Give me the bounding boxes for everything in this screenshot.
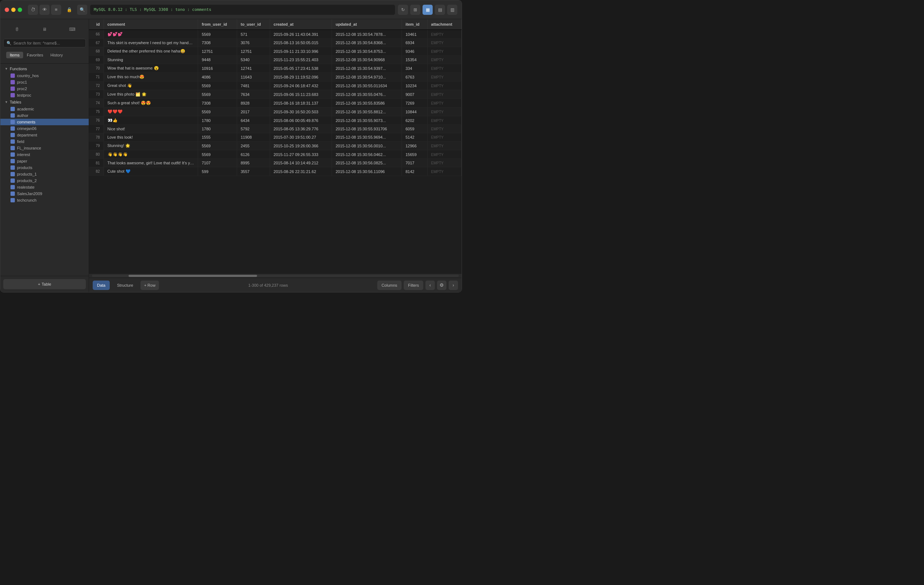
table-container[interactable]: idcommentfrom_user_idto_user_idcreated_a… <box>89 19 462 273</box>
sidebar-item-table[interactable]: techcrunch <box>0 197 89 203</box>
table-view-button[interactable]: ▦ <box>422 5 433 15</box>
history-icon[interactable]: ⏱ <box>28 5 38 15</box>
column-header-updated_at[interactable]: updated_at <box>332 19 401 30</box>
table-row[interactable]: 74Such a great shot! 😍😍730889282015-08-1… <box>89 99 462 107</box>
function-icon <box>10 87 15 91</box>
cell-item_id: 10234 <box>401 81 427 90</box>
sidebar-item-function[interactable]: testproc <box>0 92 89 99</box>
column-header-attachment[interactable]: attachment <box>427 19 461 30</box>
sidebar-item-table[interactable]: comments <box>0 119 89 125</box>
table-icon <box>10 113 15 118</box>
table-label: products <box>17 165 32 170</box>
maximize-button[interactable] <box>18 8 22 12</box>
table-row[interactable]: 73Love this photo 🗂️ 🌟556976342015-09-06… <box>89 90 462 99</box>
table-icon <box>10 191 15 196</box>
column-header-item_id[interactable]: item_id <box>401 19 427 30</box>
cell-to_user_id: 6126 <box>237 150 270 159</box>
cell-from_user_id: 5569 <box>198 150 237 159</box>
cell-from_user_id: 5569 <box>198 142 237 150</box>
sidebar-item-table[interactable]: products_1 <box>0 171 89 177</box>
column-header-to_user_id[interactable]: to_user_id <box>237 19 270 30</box>
table-row[interactable]: 77Nice shot!178057922015-08-05 13:36:29.… <box>89 125 462 133</box>
table-body: 66💕💕💕55695712015-09-26 11:43:04.3912015-… <box>89 30 462 176</box>
table-row[interactable]: 72Great shot 👋556974812015-09-24 06:18:4… <box>89 81 462 90</box>
sidebar-item-table[interactable]: FL_insurance <box>0 145 89 151</box>
search-icon[interactable]: 🔍 <box>77 5 87 15</box>
terminal-icon[interactable]: ⌨ <box>66 23 78 35</box>
lock-icon[interactable]: 🔒 <box>64 5 74 15</box>
cell-attachment: EMPTY <box>427 30 461 39</box>
table-row[interactable]: 79Stunning! 🌟556924552015-10-25 19:26:00… <box>89 142 462 150</box>
table-row[interactable]: 81That looks awesome, girl! Love that ou… <box>89 159 462 167</box>
refresh-button[interactable]: ↻ <box>398 5 408 15</box>
sidebar-tabs: Items Favorites History <box>3 49 86 61</box>
list-icon[interactable]: ≡ <box>51 5 61 15</box>
sidebar-item-table[interactable]: department <box>0 132 89 138</box>
tables-label: Tables <box>10 100 21 104</box>
cell-item_id: 15659 <box>401 150 427 159</box>
sidebar-item-table[interactable]: SalesJan2009 <box>0 190 89 197</box>
table-row[interactable]: 75❤️❤️❤️556920172015-09-30 16:50:20.5032… <box>89 107 462 116</box>
column-header-comment[interactable]: comment <box>104 19 198 30</box>
filters-button[interactable]: Filters <box>404 280 423 290</box>
sidebar-item-table[interactable]: interest <box>0 151 89 158</box>
settings-button[interactable]: ⚙ <box>437 280 446 290</box>
server-icon[interactable]: 🖥 <box>39 23 50 35</box>
table-row[interactable]: 80👋👋👋👋556961262015-11-27 09:26:55.333201… <box>89 150 462 159</box>
sidebar-item-table[interactable]: author <box>0 112 89 119</box>
sidebar-item-table[interactable]: academic <box>0 106 89 112</box>
split-view-button[interactable]: ▤ <box>435 5 445 15</box>
sidebar-item-function[interactable]: proc2 <box>0 86 89 92</box>
eye-icon[interactable]: 👁 <box>40 5 50 15</box>
cell-created_at: 2015-08-13 16:50:05.015 <box>270 39 332 47</box>
tables-section-header[interactable]: ▼ Tables <box>0 99 89 106</box>
tab-items[interactable]: Items <box>6 52 23 58</box>
close-button[interactable] <box>5 8 9 12</box>
column-header-id[interactable]: id <box>89 19 104 30</box>
functions-section-header[interactable]: ▼ Functions <box>0 65 89 73</box>
table-row[interactable]: 69Stunning944853402015-11-23 15:55:21.40… <box>89 56 462 64</box>
add-table-button[interactable]: + Table <box>3 279 86 289</box>
table-row[interactable]: 70Wow that hat is awesome 😮1091612741201… <box>89 64 462 73</box>
column-header-from_user_id[interactable]: from_user_id <box>198 19 237 30</box>
cell-item_id: 9346 <box>401 47 427 56</box>
column-header-created_at[interactable]: created_at <box>270 19 332 30</box>
sidebar-item-table[interactable]: field <box>0 138 89 145</box>
table-label: realestate <box>17 185 35 190</box>
panel-view-button[interactable]: ▥ <box>447 5 457 15</box>
grid-view-button[interactable]: ⊞ <box>410 5 420 15</box>
sidebar-item-function[interactable]: proc1 <box>0 79 89 86</box>
sidebar-search[interactable]: 🔍 Search for item: ^name$... <box>3 39 86 48</box>
columns-button[interactable]: Columns <box>377 280 401 290</box>
sidebar-item-table[interactable]: crimejan06 <box>0 125 89 132</box>
table-row[interactable]: 71Love this so much😍4086116432015-08-29 … <box>89 73 462 81</box>
add-row-button[interactable]: + Row <box>140 280 159 290</box>
tab-favorites[interactable]: Favorites <box>23 52 47 58</box>
sidebar-item-table[interactable]: products <box>0 164 89 171</box>
next-page-button[interactable]: › <box>449 280 458 290</box>
table-header: idcommentfrom_user_idto_user_idcreated_a… <box>89 19 462 30</box>
cell-updated_at: 2015-12-08 15:30:54.9397... <box>332 64 401 73</box>
table-row[interactable]: 82Cute shot 💙59935572015-08-26 22:31:21.… <box>89 167 462 176</box>
cell-updated_at: 2015-12-08 15:30:55.011634 <box>332 81 401 90</box>
sidebar-item-table[interactable]: products_2 <box>0 177 89 184</box>
table-row[interactable]: 67This skirt is everywhere I need to get… <box>89 39 462 47</box>
minimize-button[interactable] <box>11 8 16 12</box>
sidebar-item-table[interactable]: realestate <box>0 184 89 190</box>
table-row[interactable]: 68Deleted the other preferred this one h… <box>89 47 462 56</box>
horizontal-scrollbar[interactable] <box>89 273 462 278</box>
structure-tab[interactable]: Structure <box>112 280 138 290</box>
cell-comment: 💕💕💕 <box>104 30 198 39</box>
cell-comment: Wow that hat is awesome 😮 <box>104 64 198 73</box>
table-row[interactable]: 66💕💕💕55695712015-09-26 11:43:04.3912015-… <box>89 30 462 39</box>
table-row[interactable]: 76👀👍178064342015-08-06 00:05:49.8762015-… <box>89 116 462 125</box>
database-icon[interactable]: 🛢 <box>11 23 23 35</box>
tab-history[interactable]: History <box>47 52 66 58</box>
scrollbar-thumb[interactable] <box>129 275 257 277</box>
cell-to_user_id: 5792 <box>237 125 270 133</box>
sidebar-item-table[interactable]: paper <box>0 158 89 164</box>
table-row[interactable]: 78Love this look!1555119082015-07-30 19:… <box>89 133 462 142</box>
sidebar-item-function[interactable]: country_hos <box>0 73 89 79</box>
data-tab[interactable]: Data <box>93 280 110 290</box>
prev-page-button[interactable]: ‹ <box>426 280 435 290</box>
